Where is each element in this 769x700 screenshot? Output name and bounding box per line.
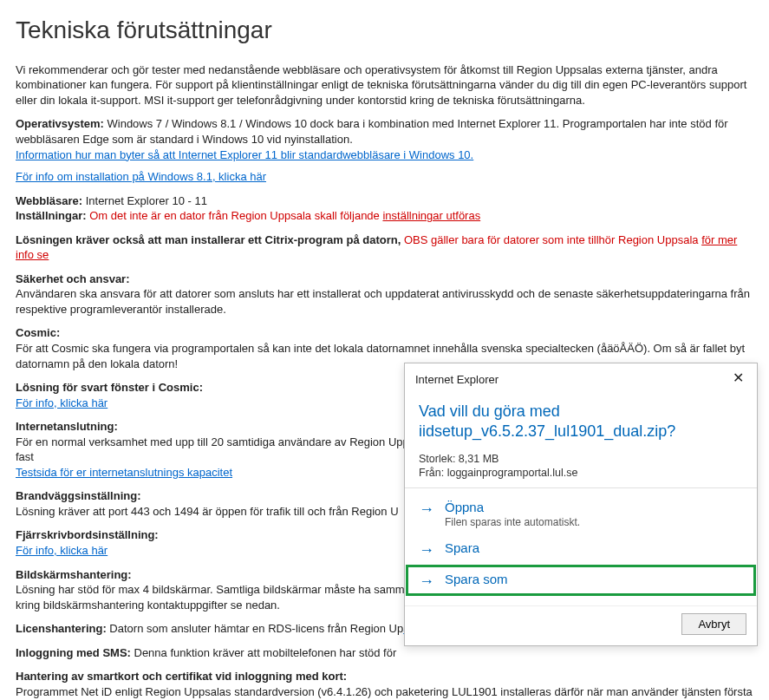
smartcard-label: Hantering av smartkort och certifikat vi… — [16, 670, 347, 683]
cosmic-label: Cosmic: — [16, 326, 60, 339]
license-text: Datorn som ansluter hämtar en RDS-licens… — [107, 622, 403, 635]
security-label: Säkerhet och ansvar: — [16, 272, 130, 285]
arrow-right-icon: → — [419, 573, 434, 589]
link-win81-install[interactable]: För info om installation på Windows 8.1,… — [16, 170, 266, 183]
citrix-bold: Lösningen kräver också att man installer… — [16, 233, 401, 246]
download-dialog: Internet Explorer ✕ Vad vill du göra med… — [404, 363, 758, 646]
option-save-label: Spara — [445, 540, 479, 555]
screen-label: Bildskärmshantering: — [16, 568, 132, 581]
sms-label: Inloggning med SMS: — [16, 646, 131, 659]
option-open-sub: Filen sparas inte automatiskt. — [445, 516, 580, 528]
link-remote-desktop[interactable]: För info, klicka här — [16, 544, 108, 557]
arrow-right-icon: → — [419, 501, 434, 517]
black-label: Lösning för svart fönster i Cosmic: — [16, 381, 203, 394]
link-settings[interactable]: inställningar utföras — [382, 209, 480, 222]
option-save-as[interactable]: → Spara som — [405, 564, 757, 597]
firewall-text: Lösning kräver att port 443 och 1494 är … — [16, 505, 399, 518]
browser-label: Webbläsare: — [16, 194, 82, 207]
close-icon[interactable]: ✕ — [729, 370, 746, 388]
link-internet-test[interactable]: Testsida för er internetanslutnings kapa… — [16, 466, 232, 479]
license-label: Licenshantering: — [16, 622, 107, 635]
option-save[interactable]: → Spara — [405, 534, 757, 564]
internet-label: Internetanslutning: — [16, 420, 118, 433]
os-label: Operativsystem: — [16, 117, 104, 130]
dialog-question: Vad vill du göra med iidsetup_v6.5.2.37_… — [419, 402, 743, 442]
arrow-right-icon: → — [419, 542, 434, 558]
size-value: 8,31 MB — [455, 453, 499, 465]
remote-label: Fjärrskrivbordsinställning: — [16, 528, 159, 541]
option-save-as-label: Spara som — [445, 572, 508, 586]
option-open-label: Öppna — [445, 500, 580, 514]
from-label: Från: — [419, 467, 444, 479]
link-ie11-default[interactable]: Information hur man byter så att Interne… — [16, 148, 473, 161]
page-title: Tekniska förutsättningar — [16, 14, 753, 47]
settings-label: Inställningar: — [16, 209, 87, 222]
citrix-red: OBS gäller bara för datorer som inte til… — [401, 233, 701, 246]
sms-text: Denna funktion kräver att mobiltelefonen… — [131, 646, 396, 659]
os-text: Windows 7 / Windows 8.1 / Windows 10 doc… — [16, 117, 728, 146]
from-value: loggainprogramportal.lul.se — [444, 467, 577, 479]
firewall-label: Brandväggsinställning: — [16, 489, 140, 502]
security-text: Användaren ska ansvara för att datorer s… — [16, 287, 750, 316]
browser-text: Internet Explorer 10 - 11 — [82, 194, 207, 207]
settings-redtext: Om det inte är en dator från Region Upps… — [87, 209, 383, 222]
cancel-button[interactable]: Avbryt — [681, 613, 746, 635]
smartcard-text: Programmet Net iD enligt Region Uppsalas… — [16, 685, 753, 700]
option-open[interactable]: → Öppna Filen sparas inte automatiskt. — [405, 494, 757, 534]
intro-text: Vi rekommenderar och gör tester med neda… — [16, 62, 753, 108]
link-black-window[interactable]: För info, klicka här — [16, 396, 108, 409]
size-label: Storlek: — [419, 453, 455, 465]
dialog-title: Internet Explorer — [415, 373, 499, 386]
